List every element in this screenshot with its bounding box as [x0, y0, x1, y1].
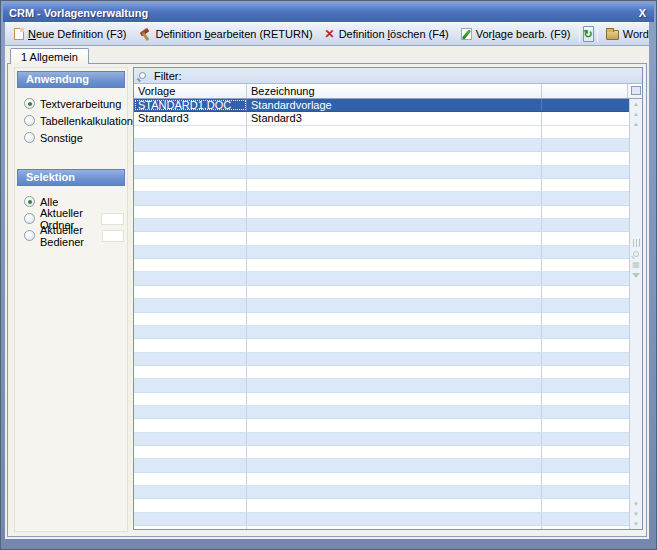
cell-vorlage[interactable] — [134, 459, 247, 471]
cell-bezeichnung[interactable] — [247, 406, 542, 418]
cell-empty[interactable] — [542, 446, 629, 458]
cell-vorlage[interactable] — [134, 526, 247, 529]
column-header-vorlage[interactable]: Vorlage — [134, 84, 247, 98]
cell-vorlage[interactable] — [134, 152, 247, 164]
cell-bezeichnung[interactable] — [247, 259, 542, 271]
cell-bezeichnung[interactable] — [247, 433, 542, 445]
cell-bezeichnung[interactable] — [247, 379, 542, 391]
cell-bezeichnung[interactable] — [247, 339, 542, 351]
cell-empty[interactable] — [542, 126, 629, 138]
cell-vorlage[interactable] — [134, 366, 247, 378]
cell-vorlage[interactable] — [134, 206, 247, 218]
table-row-empty[interactable] — [134, 206, 629, 219]
cell-vorlage[interactable] — [134, 272, 247, 284]
radio-sonstige[interactable]: Sonstige — [16, 129, 126, 146]
table-row-empty[interactable] — [134, 179, 629, 192]
cell-vorlage[interactable] — [134, 259, 247, 271]
cell-empty[interactable] — [542, 353, 629, 365]
cell-empty[interactable] — [542, 232, 629, 244]
table-row-empty[interactable] — [134, 272, 629, 285]
cell-bezeichnung[interactable]: Standardvorlage — [247, 99, 542, 111]
table-row-empty[interactable] — [134, 486, 629, 499]
table-row-empty[interactable] — [134, 366, 629, 379]
cell-bezeichnung[interactable] — [247, 499, 542, 511]
page-down-icon[interactable]: ▼ — [633, 501, 639, 507]
cell-bezeichnung[interactable] — [247, 192, 542, 204]
cell-empty[interactable] — [542, 313, 629, 325]
cell-bezeichnung[interactable] — [247, 219, 542, 231]
bediener-input[interactable] — [102, 230, 124, 242]
table-row-empty[interactable] — [134, 286, 629, 299]
cell-bezeichnung[interactable] — [247, 152, 542, 164]
scroll-down-icon[interactable]: ▼ — [633, 511, 639, 517]
cell-empty[interactable] — [542, 179, 629, 191]
radio-icon[interactable] — [24, 230, 35, 241]
cell-vorlage[interactable]: Standard3 — [134, 112, 247, 124]
cell-vorlage[interactable] — [134, 406, 247, 418]
cell-empty[interactable] — [542, 192, 629, 204]
table-row-empty[interactable] — [134, 473, 629, 486]
table-row[interactable]: STANDARD1.DOC Standardvorlage — [134, 99, 629, 112]
cell-empty[interactable] — [542, 339, 629, 351]
cell-bezeichnung[interactable] — [247, 526, 542, 529]
search-icon[interactable] — [633, 251, 639, 257]
table-row-empty[interactable] — [134, 459, 629, 472]
cell-vorlage[interactable] — [134, 286, 247, 298]
table-row-empty[interactable] — [134, 353, 629, 366]
cell-bezeichnung[interactable] — [247, 419, 542, 431]
cell-empty[interactable] — [542, 406, 629, 418]
table-row-empty[interactable] — [134, 326, 629, 339]
table-row-empty[interactable] — [134, 406, 629, 419]
cell-empty[interactable] — [542, 246, 629, 258]
filter-funnel-icon[interactable] — [632, 273, 640, 278]
table-row-empty[interactable] — [134, 246, 629, 259]
cell-bezeichnung[interactable] — [247, 486, 542, 498]
new-definition-button[interactable]: Neue Definition (F3) — [8, 26, 132, 42]
table-row[interactable]: Standard3 Standard3 — [134, 112, 629, 125]
table-row-empty[interactable] — [134, 152, 629, 165]
cell-empty[interactable] — [542, 272, 629, 284]
table-row-empty[interactable] — [134, 526, 629, 529]
cell-vorlage[interactable] — [134, 246, 247, 258]
cell-vorlage[interactable] — [134, 499, 247, 511]
radio-icon[interactable] — [24, 115, 35, 126]
cell-bezeichnung[interactable] — [247, 299, 542, 311]
radio-aktueller-bediener[interactable]: Aktueller Bediener — [16, 227, 126, 244]
filter-bar[interactable]: Filter: — [134, 68, 642, 84]
cell-bezeichnung[interactable] — [247, 286, 542, 298]
cell-vorlage[interactable] — [134, 192, 247, 204]
radio-icon[interactable] — [24, 132, 35, 143]
cell-empty[interactable] — [542, 206, 629, 218]
cell-empty[interactable] — [542, 99, 629, 111]
cell-bezeichnung[interactable] — [247, 246, 542, 258]
cell-empty[interactable] — [542, 326, 629, 338]
cell-vorlage[interactable] — [134, 232, 247, 244]
cell-bezeichnung[interactable] — [247, 353, 542, 365]
cell-bezeichnung[interactable]: Standard3 — [247, 112, 542, 124]
cell-bezeichnung[interactable] — [247, 139, 542, 151]
radio-icon[interactable] — [24, 98, 35, 109]
cell-bezeichnung[interactable] — [247, 459, 542, 471]
cell-bezeichnung[interactable] — [247, 206, 542, 218]
cell-bezeichnung[interactable] — [247, 513, 542, 525]
table-row-empty[interactable] — [134, 259, 629, 272]
cell-bezeichnung[interactable] — [247, 272, 542, 284]
cell-vorlage[interactable] — [134, 473, 247, 485]
cell-empty[interactable] — [542, 459, 629, 471]
ordner-input[interactable] — [101, 213, 124, 225]
table-row-empty[interactable] — [134, 513, 629, 526]
cell-empty[interactable] — [542, 139, 629, 151]
cell-vorlage[interactable] — [134, 419, 247, 431]
table-row-empty[interactable] — [134, 433, 629, 446]
cell-empty[interactable] — [542, 299, 629, 311]
table-row-empty[interactable] — [134, 139, 629, 152]
table-row-empty[interactable] — [134, 379, 629, 392]
cell-vorlage[interactable] — [134, 139, 247, 151]
cell-vorlage[interactable] — [134, 513, 247, 525]
word-control-formats-button[interactable]: Word-Steuerformate (F6) — [600, 26, 649, 42]
cell-bezeichnung[interactable] — [247, 313, 542, 325]
delete-definition-button[interactable]: ✕ Definition löschen (F4) — [319, 26, 455, 42]
cell-vorlage[interactable] — [134, 353, 247, 365]
table-row-empty[interactable] — [134, 419, 629, 432]
cell-empty[interactable] — [542, 486, 629, 498]
